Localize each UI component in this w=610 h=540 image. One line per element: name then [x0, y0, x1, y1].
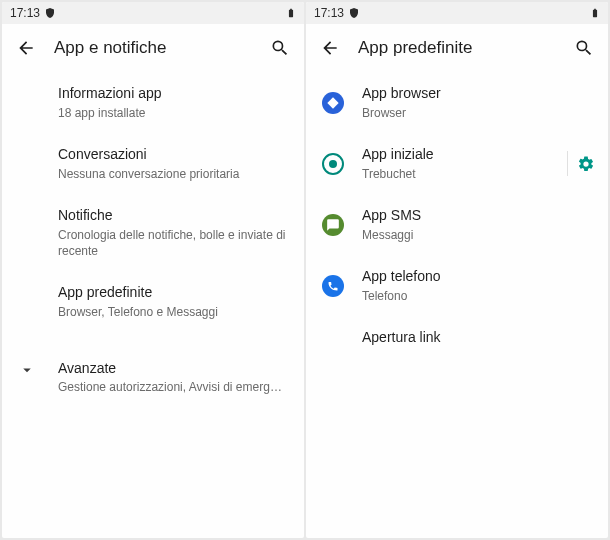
item-title: App iniziale — [362, 145, 567, 164]
default-apps-list: App browser Browser App iniziale Trebuch… — [306, 72, 608, 538]
battery-icon — [286, 6, 296, 20]
status-time: 17:13 — [314, 6, 344, 20]
settings-item-conversations[interactable]: Conversazioni Nessuna conversazione prio… — [2, 133, 304, 194]
item-subtitle: Nessuna conversazione prioritaria — [58, 166, 288, 182]
screen-default-apps: 17:13 App predefinite App browser Browse… — [306, 2, 608, 538]
item-subtitle: Messaggi — [362, 227, 592, 243]
default-app-sms[interactable]: App SMS Messaggi — [306, 194, 608, 255]
status-indicator-icon — [348, 7, 360, 19]
page-title: App e notifiche — [54, 38, 266, 58]
settings-item-app-info[interactable]: Informazioni app 18 app installate — [2, 72, 304, 133]
screen-apps-and-notifications: 17:13 App e notifiche Informazioni app 1… — [2, 2, 304, 538]
item-subtitle: Telefono — [362, 288, 592, 304]
default-app-opening-links[interactable]: Apertura link — [306, 316, 608, 359]
expand-icon — [18, 359, 58, 396]
settings-item-notifications[interactable]: Notifiche Cronologia delle notifiche, bo… — [2, 194, 304, 271]
item-title: Avanzate — [58, 359, 288, 378]
status-indicator-icon — [44, 7, 56, 19]
item-subtitle: Browser, Telefono e Messaggi — [58, 304, 288, 320]
item-subtitle: 18 app installate — [58, 105, 288, 121]
app-bar: App e notifiche — [2, 24, 304, 72]
item-title: App predefinite — [58, 283, 288, 302]
item-title: Informazioni app — [58, 84, 288, 103]
item-title: Conversazioni — [58, 145, 288, 164]
phone-app-icon — [322, 275, 344, 297]
back-button[interactable] — [316, 38, 344, 58]
page-title: App predefinite — [358, 38, 570, 58]
browser-app-icon — [322, 92, 344, 114]
search-button[interactable] — [266, 38, 294, 58]
item-title: App SMS — [362, 206, 592, 225]
back-button[interactable] — [12, 38, 40, 58]
status-bar: 17:13 — [306, 2, 608, 24]
status-bar: 17:13 — [2, 2, 304, 24]
item-subtitle: Cronologia delle notifiche, bolle e invi… — [58, 227, 288, 259]
item-subtitle: Trebuchet — [362, 166, 567, 182]
item-title: App browser — [362, 84, 592, 103]
item-title: Apertura link — [362, 328, 592, 347]
item-title: Notifiche — [58, 206, 288, 225]
item-title: App telefono — [362, 267, 592, 286]
sms-app-icon — [322, 214, 344, 236]
status-time: 17:13 — [10, 6, 40, 20]
app-bar: App predefinite — [306, 24, 608, 72]
default-app-launcher[interactable]: App iniziale Trebuchet — [306, 133, 608, 194]
default-app-phone[interactable]: App telefono Telefono — [306, 255, 608, 316]
item-subtitle: Gestione autorizzazioni, Avvisi di emerg… — [58, 379, 288, 395]
launcher-settings-button[interactable] — [568, 145, 604, 182]
battery-icon — [590, 6, 600, 20]
launcher-app-icon — [322, 153, 344, 175]
default-app-browser[interactable]: App browser Browser — [306, 72, 608, 133]
search-button[interactable] — [570, 38, 598, 58]
item-subtitle: Browser — [362, 105, 592, 121]
settings-item-advanced[interactable]: Avanzate Gestione autorizzazioni, Avvisi… — [2, 347, 304, 408]
settings-list: Informazioni app 18 app installate Conve… — [2, 72, 304, 538]
settings-item-default-apps[interactable]: App predefinite Browser, Telefono e Mess… — [2, 271, 304, 332]
